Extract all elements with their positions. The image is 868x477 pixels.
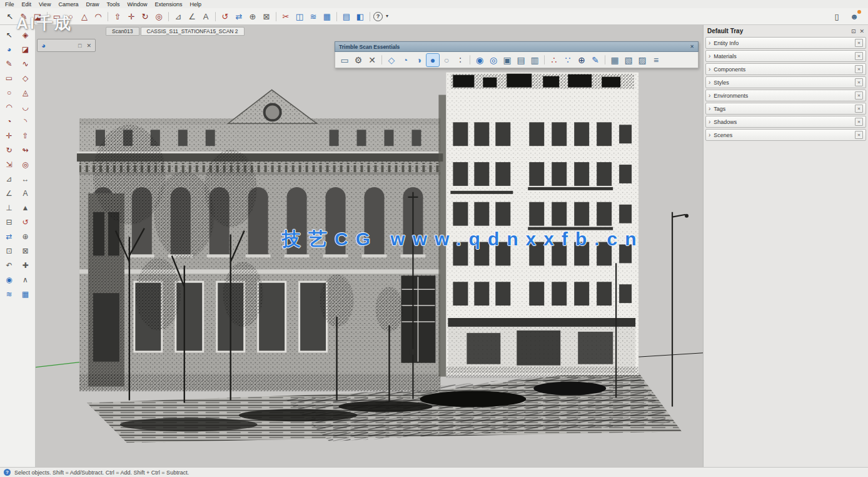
orbit-icon[interactable]: ↺	[219, 10, 231, 23]
tab-cassis-scan2[interactable]: CASSIS_S11_STATIONFA15_SCAN 2	[141, 27, 245, 36]
section-close-button[interactable]: ✕	[855, 39, 863, 47]
export-cloud-icon[interactable]: ▧	[622, 54, 635, 66]
mesh-dense-icon[interactable]: ▥	[528, 54, 541, 66]
tray-section-components[interactable]: › Components ✕	[705, 63, 866, 75]
push-pull-icon[interactable]: ⇧	[111, 10, 124, 23]
scan-toolbar-titlebar[interactable]: Trimble Scan Essentials ✕	[335, 41, 699, 52]
close-icon[interactable]: ✕	[86, 43, 91, 49]
settings-icon[interactable]: ⚙	[352, 54, 365, 66]
point-size-icon[interactable]: ∶	[454, 54, 467, 66]
restore-icon[interactable]: □	[78, 43, 81, 49]
polygon-icon[interactable]: △	[78, 10, 91, 23]
section-close-button[interactable]: ✕	[855, 78, 863, 86]
menu-camera[interactable]: Camera	[58, 1, 78, 8]
pan-icon[interactable]: ⇄	[2, 230, 17, 243]
arc-icon[interactable]: ◠	[2, 101, 17, 113]
pie-icon[interactable]: ◔	[2, 115, 17, 128]
scan-section-icon[interactable]: ◫	[293, 10, 306, 23]
point-style-full-icon[interactable]: ●	[426, 54, 439, 66]
tray-section-scenes[interactable]: › Scenes ✕	[705, 129, 866, 141]
menu-file[interactable]: File	[5, 1, 14, 8]
zoom-extents-icon[interactable]: ⊠	[260, 10, 273, 23]
dropdown-caret-icon[interactable]: ▾	[384, 10, 390, 23]
tape-measure-icon[interactable]: ⊿	[172, 10, 184, 23]
zoom-extents-icon[interactable]: ⊠	[18, 245, 33, 257]
close-icon[interactable]: ✕	[859, 28, 864, 34]
dimensions-icon[interactable]: ↔	[18, 173, 33, 185]
tab-scan013[interactable]: Scan013	[106, 27, 139, 36]
menu-help[interactable]: Help	[189, 1, 201, 8]
menu-draw[interactable]: Draw	[86, 1, 99, 8]
menu-view[interactable]: View	[39, 1, 51, 8]
tray-section-entity-info[interactable]: › Entity Info ✕	[705, 37, 866, 49]
scan-mesh-icon[interactable]: ▦	[321, 10, 333, 23]
tray-section-styles[interactable]: › Styles ✕	[705, 76, 866, 88]
section-close-button[interactable]: ✕	[855, 131, 863, 139]
eraser-icon[interactable]: ◪	[18, 43, 33, 56]
add-point-icon[interactable]: ⊕	[575, 54, 588, 66]
push-pull-icon[interactable]: ⇧	[18, 130, 33, 142]
tray-section-environments[interactable]: › Environments ✕	[705, 90, 866, 101]
styles-icon[interactable]: ◧	[354, 10, 366, 23]
export-mesh-icon[interactable]: ▦	[608, 54, 621, 66]
circle-icon[interactable]: ○	[2, 86, 17, 99]
export-model-icon[interactable]: ▨	[636, 54, 648, 66]
inspect-points-icon[interactable]: ∴	[548, 54, 560, 66]
clip-box-icon[interactable]: ▦	[18, 288, 33, 300]
freehand-icon[interactable]: ∿	[18, 58, 33, 70]
protractor-icon[interactable]: ∠	[2, 187, 17, 200]
pan-icon[interactable]: ⇄	[233, 10, 245, 23]
polygon-icon[interactable]: ◬	[18, 86, 33, 99]
protractor-icon[interactable]: ∠	[186, 10, 198, 23]
line-icon[interactable]: ✎	[2, 58, 17, 70]
scan-cloud-icon[interactable]: ≋	[307, 10, 320, 23]
offset-icon[interactable]: ◎	[153, 10, 165, 23]
point-style-quarter-icon[interactable]: ◔	[399, 54, 411, 66]
point-style-half-icon[interactable]: ◑	[413, 54, 425, 66]
rotate-icon[interactable]: ↻	[2, 144, 17, 156]
pin-icon[interactable]: ⊡	[851, 28, 856, 34]
rotated-rectangle-icon[interactable]: ◇	[18, 72, 33, 85]
previous-view-icon[interactable]: ↶	[2, 259, 17, 272]
scan-clip-icon[interactable]: ✂	[280, 10, 292, 23]
collapsed-toolbar[interactable]: ◕ □ ✕	[37, 39, 96, 52]
point-style-outline-icon[interactable]: ◇	[385, 54, 398, 66]
offset-icon[interactable]: ◎	[18, 158, 33, 171]
tray-section-materials[interactable]: › Materials ✕	[705, 50, 866, 62]
zoom-icon[interactable]: ⊕	[18, 230, 33, 243]
text-icon[interactable]: A	[18, 187, 33, 200]
clip-box-icon[interactable]: ▭	[338, 54, 351, 66]
account-icon[interactable]: ☻	[848, 10, 860, 23]
zoom-icon[interactable]: ⊕	[246, 10, 259, 23]
section-close-button[interactable]: ✕	[855, 52, 863, 60]
mesh-grid-icon[interactable]: ▤	[515, 54, 527, 66]
snap-point-icon[interactable]: ◉	[473, 54, 486, 66]
menu-extensions[interactable]: Extensions	[154, 1, 182, 8]
axes-icon[interactable]: ⊥	[2, 202, 17, 214]
section-close-button[interactable]: ✕	[855, 65, 863, 73]
move-icon[interactable]: ✛	[2, 130, 17, 142]
fit-points-icon[interactable]: ∵	[562, 54, 574, 66]
walk-icon[interactable]: ∧	[18, 274, 33, 286]
orbit-icon[interactable]: ↺	[18, 216, 33, 228]
draw-on-cloud-icon[interactable]: ✎	[589, 54, 602, 66]
section-close-button[interactable]: ✕	[855, 118, 863, 126]
two-point-arc-icon[interactable]: ◡	[18, 101, 33, 113]
tape-measure-icon[interactable]: ⊿	[2, 173, 17, 185]
three-point-arc-icon[interactable]: ◝	[18, 115, 33, 128]
select-icon[interactable]: ↖	[2, 29, 17, 41]
point-style-ghost-icon[interactable]: ○	[440, 54, 453, 66]
zoom-window-icon[interactable]: ⊡	[2, 245, 17, 257]
status-help-icon[interactable]: ?	[4, 469, 11, 476]
text-icon[interactable]: A	[199, 10, 212, 23]
scale-icon[interactable]: ⇲	[2, 158, 17, 171]
menu-edit[interactable]: Edit	[22, 1, 32, 8]
section-close-button[interactable]: ✕	[855, 91, 863, 100]
tray-section-shadows[interactable]: › Shadows ✕	[705, 116, 866, 128]
new-file-icon[interactable]: ▯	[830, 10, 843, 23]
move-icon[interactable]: ✛	[125, 10, 138, 23]
help-icon[interactable]: ?	[373, 12, 383, 21]
section-plane-icon[interactable]: ⊟	[2, 216, 17, 228]
arc-icon[interactable]: ◠	[92, 10, 104, 23]
rotate-icon[interactable]: ↻	[139, 10, 151, 23]
